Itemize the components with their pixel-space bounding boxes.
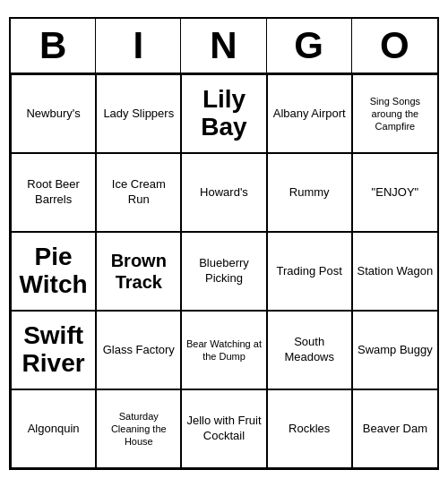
header-letter: I — [96, 19, 181, 73]
bingo-cell: Swift River — [11, 311, 96, 389]
cell-text: Ice Cream Run — [100, 177, 177, 208]
cell-text: Brown Track — [100, 250, 177, 293]
cell-text: Rummy — [289, 185, 330, 201]
bingo-cell: Blueberry Picking — [181, 232, 266, 311]
bingo-cell: Jello with Fruit Cocktail — [181, 389, 266, 468]
bingo-cell: Bear Watching at the Dump — [181, 311, 266, 389]
bingo-grid: Newbury'sLady SlippersLily BayAlbany Air… — [11, 74, 437, 468]
bingo-cell: Pie Witch — [11, 232, 96, 311]
bingo-cell: Brown Track — [96, 232, 181, 311]
cell-text: Beaver Dam — [363, 422, 427, 437]
cell-text: Newbury's — [26, 107, 80, 122]
cell-text: Sing Songs aroung the Campfire — [357, 95, 434, 133]
bingo-cell: Rockles — [267, 389, 352, 468]
cell-text: Swift River — [15, 322, 91, 378]
cell-text: Glass Factory — [103, 343, 175, 358]
cell-text: Algonquin — [28, 422, 80, 437]
cell-text: "ENJOY" — [372, 185, 419, 201]
bingo-cell: Rummy — [267, 153, 352, 232]
header-letter: G — [267, 19, 352, 73]
cell-text: Swamp Buggy — [358, 343, 433, 358]
bingo-cell: Albany Airport — [267, 74, 352, 153]
cell-text: Jello with Fruit Cocktail — [185, 414, 262, 444]
bingo-cell: Lady Slippers — [96, 74, 181, 153]
bingo-cell: Sing Songs aroung the Campfire — [352, 74, 437, 153]
bingo-cell: Trading Post — [267, 232, 352, 311]
bingo-cell: Algonquin — [11, 389, 96, 468]
cell-text: Howard's — [200, 185, 248, 201]
cell-text: Bear Watching at the Dump — [185, 337, 262, 363]
header-letter: N — [181, 19, 266, 73]
bingo-cell: Root Beer Barrels — [11, 153, 96, 232]
bingo-cell: Saturday Cleaning the House — [96, 389, 181, 468]
cell-text: Lady Slippers — [103, 107, 174, 122]
cell-text: South Meadows — [271, 335, 348, 365]
cell-text: Trading Post — [277, 264, 342, 279]
cell-text: Station Wagon — [357, 264, 433, 279]
bingo-header: BINGO — [11, 19, 437, 74]
bingo-cell: Howard's — [181, 153, 266, 232]
bingo-cell: Beaver Dam — [352, 389, 437, 468]
bingo-cell: South Meadows — [267, 311, 352, 389]
cell-text: Blueberry Picking — [185, 256, 262, 286]
bingo-cell: Ice Cream Run — [96, 153, 181, 232]
cell-text: Albany Airport — [273, 107, 346, 122]
bingo-cell: Station Wagon — [352, 232, 437, 311]
cell-text: Saturday Cleaning the House — [100, 410, 177, 449]
bingo-cell: Newbury's — [11, 74, 96, 153]
bingo-cell: Glass Factory — [96, 311, 181, 389]
bingo-cell: Lily Bay — [181, 74, 266, 153]
cell-text: Rockles — [289, 422, 330, 437]
bingo-card: BINGO Newbury'sLady SlippersLily BayAlba… — [9, 17, 439, 470]
cell-text: Pie Witch — [15, 244, 91, 299]
cell-text: Root Beer Barrels — [15, 177, 91, 208]
header-letter: B — [11, 19, 96, 73]
cell-text: Lily Bay — [185, 86, 262, 141]
bingo-cell: "ENJOY" — [352, 153, 437, 232]
header-letter: O — [352, 19, 437, 73]
bingo-cell: Swamp Buggy — [352, 311, 437, 389]
